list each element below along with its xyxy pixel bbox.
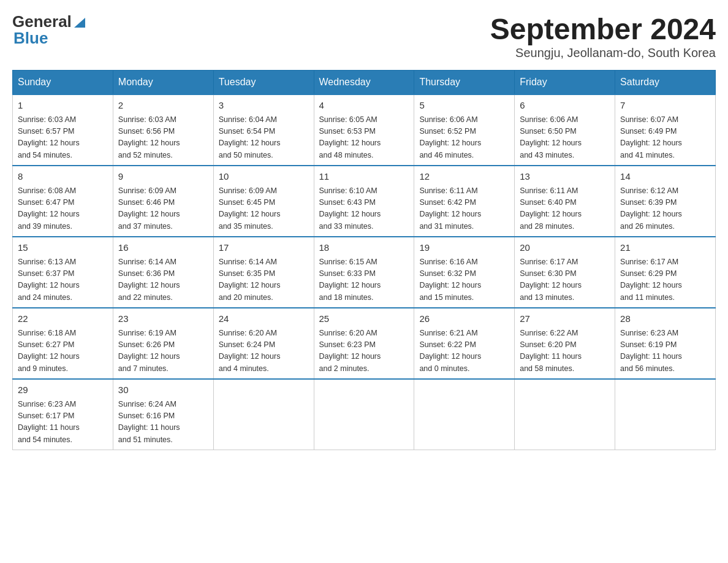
day-info: Sunrise: 6:03 AMSunset: 6:57 PMDaylight:… [18, 115, 80, 159]
day-info: Sunrise: 6:11 AMSunset: 6:40 PMDaylight:… [520, 186, 582, 231]
calendar-cell: 23 Sunrise: 6:19 AMSunset: 6:26 PMDaylig… [113, 308, 213, 379]
day-number: 1 [18, 99, 108, 113]
calendar-cell: 3 Sunrise: 6:04 AMSunset: 6:54 PMDayligh… [213, 94, 314, 166]
day-info: Sunrise: 6:08 AMSunset: 6:47 PMDaylight:… [18, 186, 80, 231]
day-info: Sunrise: 6:14 AMSunset: 6:36 PMDaylight:… [118, 258, 180, 302]
calendar-cell [314, 379, 414, 450]
calendar-cell: 25 Sunrise: 6:20 AMSunset: 6:23 PMDaylig… [314, 308, 414, 379]
calendar-cell: 29 Sunrise: 6:23 AMSunset: 6:17 PMDaylig… [13, 379, 113, 450]
calendar-cell [515, 379, 615, 450]
day-info: Sunrise: 6:09 AMSunset: 6:45 PMDaylight:… [219, 186, 281, 231]
day-info: Sunrise: 6:07 AMSunset: 6:49 PMDaylight:… [620, 115, 682, 159]
calendar-cell: 5 Sunrise: 6:06 AMSunset: 6:52 PMDayligh… [414, 94, 515, 166]
day-number: 8 [18, 170, 108, 184]
day-number: 2 [118, 99, 208, 113]
day-info: Sunrise: 6:09 AMSunset: 6:46 PMDaylight:… [118, 186, 180, 231]
day-number: 12 [419, 170, 509, 184]
day-number: 28 [620, 312, 710, 326]
calendar-cell: 22 Sunrise: 6:18 AMSunset: 6:27 PMDaylig… [13, 308, 113, 379]
calendar-cell: 9 Sunrise: 6:09 AMSunset: 6:46 PMDayligh… [113, 166, 213, 237]
calendar-cell: 21 Sunrise: 6:17 AMSunset: 6:29 PMDaylig… [615, 237, 716, 308]
weekday-header-row: Sunday Monday Tuesday Wednesday Thursday… [13, 71, 716, 95]
header-friday: Friday [515, 71, 615, 95]
day-number: 11 [319, 170, 409, 184]
calendar-cell: 17 Sunrise: 6:14 AMSunset: 6:35 PMDaylig… [213, 237, 314, 308]
day-info: Sunrise: 6:20 AMSunset: 6:23 PMDaylight:… [319, 329, 381, 373]
calendar-cell: 20 Sunrise: 6:17 AMSunset: 6:30 PMDaylig… [515, 237, 615, 308]
day-number: 14 [620, 170, 710, 184]
calendar-cell [213, 379, 314, 450]
calendar-cell: 10 Sunrise: 6:09 AMSunset: 6:45 PMDaylig… [213, 166, 314, 237]
day-number: 29 [18, 383, 108, 397]
location: Seungju, Jeollanam-do, South Korea [490, 46, 716, 60]
header-wednesday: Wednesday [314, 71, 414, 95]
calendar-cell: 27 Sunrise: 6:22 AMSunset: 6:20 PMDaylig… [515, 308, 615, 379]
day-info: Sunrise: 6:05 AMSunset: 6:53 PMDaylight:… [319, 115, 381, 159]
day-info: Sunrise: 6:18 AMSunset: 6:27 PMDaylight:… [18, 329, 80, 373]
day-number: 20 [520, 241, 610, 255]
day-info: Sunrise: 6:13 AMSunset: 6:37 PMDaylight:… [18, 258, 80, 302]
day-info: Sunrise: 6:17 AMSunset: 6:30 PMDaylight:… [520, 258, 582, 302]
calendar-cell: 24 Sunrise: 6:20 AMSunset: 6:24 PMDaylig… [213, 308, 314, 379]
day-info: Sunrise: 6:23 AMSunset: 6:17 PMDaylight:… [18, 400, 80, 444]
day-info: Sunrise: 6:06 AMSunset: 6:52 PMDaylight:… [419, 115, 481, 159]
header-tuesday: Tuesday [213, 71, 314, 95]
day-number: 27 [520, 312, 610, 326]
page-header: General Blue September 2024 Seungju, Jeo… [12, 12, 716, 60]
day-number: 10 [219, 170, 309, 184]
svg-marker-0 [74, 18, 85, 28]
day-number: 3 [219, 99, 309, 113]
calendar-week-3: 15 Sunrise: 6:13 AMSunset: 6:37 PMDaylig… [13, 237, 716, 308]
calendar-cell: 7 Sunrise: 6:07 AMSunset: 6:49 PMDayligh… [615, 94, 716, 166]
calendar-cell: 14 Sunrise: 6:12 AMSunset: 6:39 PMDaylig… [615, 166, 716, 237]
day-info: Sunrise: 6:19 AMSunset: 6:26 PMDaylight:… [118, 329, 180, 373]
calendar-table: Sunday Monday Tuesday Wednesday Thursday… [12, 70, 716, 450]
header-monday: Monday [113, 71, 213, 95]
header-thursday: Thursday [414, 71, 515, 95]
logo: General Blue [12, 12, 88, 48]
calendar-cell: 13 Sunrise: 6:11 AMSunset: 6:40 PMDaylig… [515, 166, 615, 237]
day-number: 13 [520, 170, 610, 184]
day-info: Sunrise: 6:06 AMSunset: 6:50 PMDaylight:… [520, 115, 582, 159]
calendar-cell: 11 Sunrise: 6:10 AMSunset: 6:43 PMDaylig… [314, 166, 414, 237]
day-number: 6 [520, 99, 610, 113]
day-info: Sunrise: 6:20 AMSunset: 6:24 PMDaylight:… [219, 329, 281, 373]
day-number: 23 [118, 312, 208, 326]
day-number: 25 [319, 312, 409, 326]
calendar-body: 1 Sunrise: 6:03 AMSunset: 6:57 PMDayligh… [13, 94, 716, 450]
calendar-cell: 6 Sunrise: 6:06 AMSunset: 6:50 PMDayligh… [515, 94, 615, 166]
day-info: Sunrise: 6:15 AMSunset: 6:33 PMDaylight:… [319, 258, 381, 302]
calendar-cell: 8 Sunrise: 6:08 AMSunset: 6:47 PMDayligh… [13, 166, 113, 237]
day-number: 16 [118, 241, 208, 255]
header-saturday: Saturday [615, 71, 716, 95]
calendar-cell: 30 Sunrise: 6:24 AMSunset: 6:16 PMDaylig… [113, 379, 213, 450]
calendar-cell: 16 Sunrise: 6:14 AMSunset: 6:36 PMDaylig… [113, 237, 213, 308]
calendar-cell: 4 Sunrise: 6:05 AMSunset: 6:53 PMDayligh… [314, 94, 414, 166]
calendar-cell: 26 Sunrise: 6:21 AMSunset: 6:22 PMDaylig… [414, 308, 515, 379]
title-section: September 2024 Seungju, Jeollanam-do, So… [490, 12, 716, 60]
calendar-cell [414, 379, 515, 450]
day-number: 24 [219, 312, 309, 326]
calendar-cell: 12 Sunrise: 6:11 AMSunset: 6:42 PMDaylig… [414, 166, 515, 237]
day-number: 30 [118, 383, 208, 397]
month-title: September 2024 [490, 12, 716, 46]
day-info: Sunrise: 6:04 AMSunset: 6:54 PMDaylight:… [219, 115, 281, 159]
day-info: Sunrise: 6:22 AMSunset: 6:20 PMDaylight:… [520, 329, 582, 373]
day-info: Sunrise: 6:17 AMSunset: 6:29 PMDaylight:… [620, 258, 682, 302]
calendar-week-5: 29 Sunrise: 6:23 AMSunset: 6:17 PMDaylig… [13, 379, 716, 450]
calendar-cell [615, 379, 716, 450]
calendar-cell: 19 Sunrise: 6:16 AMSunset: 6:32 PMDaylig… [414, 237, 515, 308]
day-info: Sunrise: 6:21 AMSunset: 6:22 PMDaylight:… [419, 329, 481, 373]
day-number: 15 [18, 241, 108, 255]
day-number: 18 [319, 241, 409, 255]
day-number: 19 [419, 241, 509, 255]
day-number: 22 [18, 312, 108, 326]
day-info: Sunrise: 6:03 AMSunset: 6:56 PMDaylight:… [118, 115, 180, 159]
day-number: 9 [118, 170, 208, 184]
day-number: 7 [620, 99, 710, 113]
day-info: Sunrise: 6:24 AMSunset: 6:16 PMDaylight:… [118, 400, 180, 444]
logo-triangle-icon [73, 15, 86, 29]
day-number: 4 [319, 99, 409, 113]
day-number: 17 [219, 241, 309, 255]
calendar-cell: 2 Sunrise: 6:03 AMSunset: 6:56 PMDayligh… [113, 94, 213, 166]
